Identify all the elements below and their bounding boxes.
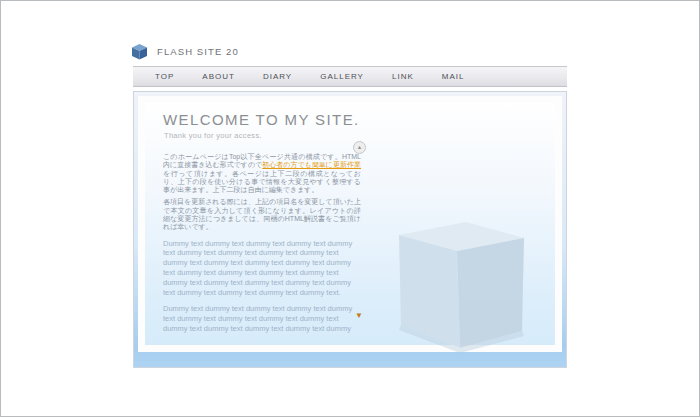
inline-text-link[interactable]: 初心者の方でも簡単に更新作業 [262,161,361,168]
dummy-paragraph-2: Dummy text dummy text dummy text dummy t… [163,304,361,333]
nav-item-link[interactable]: LINK [378,72,428,81]
nav-item-diary[interactable]: DIARY [249,72,306,81]
dummy-paragraph-1: Dummy text dummy text dummy text dummy t… [163,239,361,298]
text-column: このホームページはTop以下全ページ共通の構成です。HTML内に直接書き込む形式… [163,153,361,334]
site-title: FLASH SITE 20 [157,46,239,57]
cube-graphic [392,218,532,354]
nav-item-gallery[interactable]: GALLERY [306,72,378,81]
jp-paragraph-1: このホームページはTop以下全ページ共通の構成です。HTML内に直接書き込む形式… [163,153,361,194]
scroll-up-icon[interactable]: ▲ [353,141,366,154]
nav-item-top[interactable]: TOP [141,72,188,81]
site-logo: FLASH SITE 20 [130,42,239,60]
page-title: WELCOME TO MY SITE. [163,111,555,128]
page-subtitle: Thank you for your access. [164,131,555,140]
main-content-box: WELCOME TO MY SITE. Thank you for your a… [133,91,567,368]
jp-paragraph-1-after: を行って頂けます。各ページは上下二段の構成となっており、上下の段を使い分ける事で… [163,170,361,194]
nav-item-mail[interactable]: MAIL [428,72,479,81]
page: FLASH SITE 20 TOP ABOUT DIARY GALLERY LI… [0,0,700,417]
nav-item-about[interactable]: ABOUT [188,72,249,81]
scroll-down-icon[interactable]: ▼ [355,312,363,320]
jp-paragraph-2: 各項目を更新される際には、上記の項目名を変更して頂いた上で本文の文章を入力して頂… [163,198,361,231]
main-navbar: TOP ABOUT DIARY GALLERY LINK MAIL [133,66,567,87]
logo-cube-icon [130,43,149,60]
